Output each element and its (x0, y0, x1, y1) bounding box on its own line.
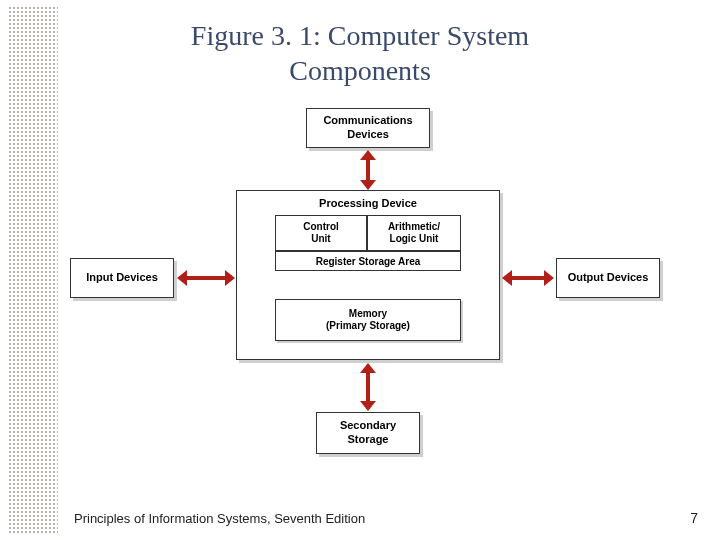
box-communications-devices: Communications Devices (306, 108, 430, 148)
comm-line1: Communications (323, 114, 412, 128)
alu-l2: Logic Unit (390, 233, 439, 245)
box-secondary-storage: Secondary Storage (316, 412, 420, 454)
box-processing-device: Processing Device Control Unit Arithmeti… (236, 190, 500, 360)
mem-l2: (Primary Storage) (326, 320, 410, 333)
arrow-comm-processing (363, 150, 373, 190)
sec-l1: Secondary (340, 419, 396, 433)
arrow-input-processing (177, 273, 235, 283)
slide-title: Figure 3. 1: Computer System Components (0, 18, 720, 88)
sec-l2: Storage (348, 433, 389, 447)
box-input-devices: Input Devices (70, 258, 174, 298)
diagram-stage: Communications Devices Input Devices Out… (70, 108, 660, 478)
box-register-storage: Register Storage Area (275, 251, 461, 271)
box-output-devices: Output Devices (556, 258, 660, 298)
box-alu: Arithmetic/ Logic Unit (367, 215, 461, 251)
box-memory: Memory (Primary Storage) (275, 299, 461, 341)
control-l2: Unit (311, 233, 330, 245)
footer-text: Principles of Information Systems, Seven… (74, 511, 365, 526)
title-line-1: Figure 3. 1: Computer System (191, 20, 529, 51)
input-label: Input Devices (86, 271, 158, 285)
box-control-unit: Control Unit (275, 215, 367, 251)
output-label: Output Devices (568, 271, 649, 285)
page-number: 7 (690, 510, 698, 526)
arrow-processing-output (502, 273, 554, 283)
register-label: Register Storage Area (316, 256, 421, 267)
mem-l1: Memory (349, 308, 387, 321)
arrow-processing-secondary (363, 363, 373, 411)
control-l1: Control (303, 221, 339, 233)
comm-line2: Devices (347, 128, 389, 142)
alu-l1: Arithmetic/ (388, 221, 440, 233)
processing-title: Processing Device (237, 197, 499, 209)
title-line-2: Components (289, 55, 431, 86)
